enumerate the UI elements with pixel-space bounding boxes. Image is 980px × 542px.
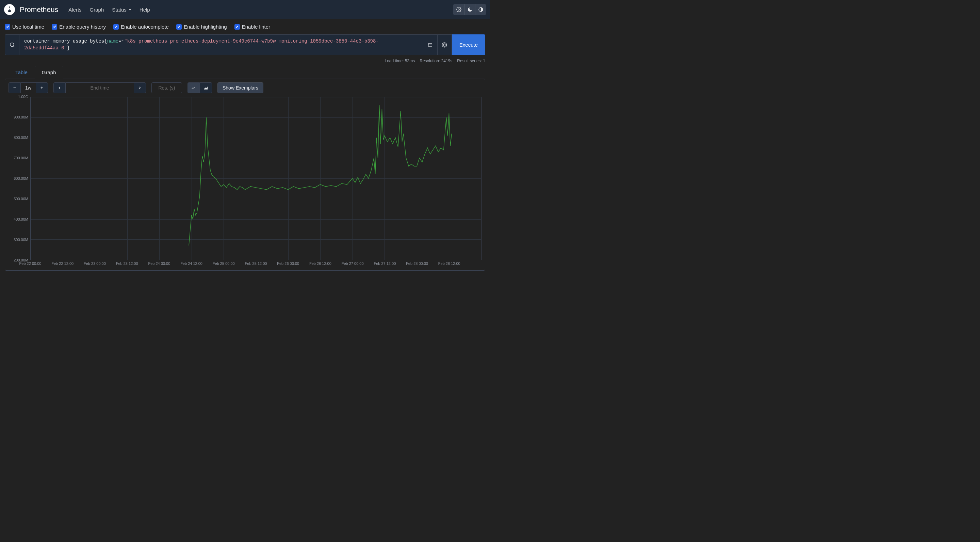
status-row: Load time: 53ms Resolution: 2419s Result…: [5, 59, 485, 63]
range-decrease-button[interactable]: [8, 82, 21, 93]
nav-status[interactable]: Status: [108, 4, 135, 15]
option-autocomplete-label: Enable autocomplete: [121, 24, 169, 30]
status-result-series: Result series: 1: [457, 59, 485, 63]
nav-help[interactable]: Help: [136, 4, 153, 15]
y-axis: 200.00M300.00M400.00M500.00M600.00M700.0…: [11, 97, 30, 260]
prometheus-logo: [4, 4, 15, 15]
resolution-input[interactable]: [151, 82, 182, 93]
contrast-button[interactable]: [475, 4, 486, 15]
navbar: Prometheus Alerts Graph Status Help: [0, 0, 490, 19]
globe-button[interactable]: [438, 34, 452, 55]
nav-status-label: Status: [112, 7, 127, 13]
search-icon: [10, 42, 15, 48]
checkbox-icon: [52, 24, 57, 30]
tabs: Table Graph: [8, 65, 485, 79]
range-input[interactable]: [21, 82, 36, 93]
option-local-time[interactable]: Use local time: [5, 24, 44, 30]
endtime-input[interactable]: [66, 82, 134, 93]
checkbox-icon: [234, 24, 240, 30]
line-mode-button[interactable]: [188, 82, 200, 93]
format-query-button[interactable]: [423, 34, 438, 55]
status-resolution: Resolution: 2419s: [420, 59, 452, 63]
range-group: [8, 82, 48, 93]
option-highlighting-label: Enable highlighting: [184, 24, 227, 30]
options-row: Use local time Enable query history Enab…: [5, 24, 485, 30]
query-input[interactable]: container_memory_usage_bytes{name=~"k8s_…: [19, 34, 423, 55]
checkbox-icon: [176, 24, 182, 30]
query-label: name: [107, 38, 119, 44]
nav-graph[interactable]: Graph: [86, 4, 108, 15]
line-chart-icon: [191, 86, 196, 90]
endtime-next-button[interactable]: [134, 82, 146, 93]
query-actions: Execute: [423, 34, 485, 55]
gear-icon: [456, 7, 461, 12]
endtime-group: [53, 82, 146, 93]
plot-box[interactable]: [30, 97, 482, 260]
show-exemplars-button[interactable]: Show Exemplars: [218, 82, 263, 93]
option-linter[interactable]: Enable linter: [234, 24, 270, 30]
chart-mode-group: [188, 82, 212, 93]
nav-alerts[interactable]: Alerts: [65, 4, 85, 15]
indent-icon: [427, 42, 433, 48]
stacked-mode-button[interactable]: [200, 82, 212, 93]
option-linter-label: Enable linter: [242, 24, 270, 30]
option-query-history-label: Enable query history: [59, 24, 106, 30]
tab-graph[interactable]: Graph: [35, 66, 63, 79]
option-highlighting[interactable]: Enable highlighting: [176, 24, 227, 30]
svg-point-2: [10, 43, 14, 47]
navbar-right: [453, 4, 486, 15]
x-axis: Feb 22 00:00Feb 22 12:00Feb 23 00:00Feb …: [30, 260, 482, 267]
query-op: =~: [118, 38, 124, 44]
status-load-time: Load time: 53ms: [385, 59, 415, 63]
main-content: Use local time Enable query history Enab…: [0, 19, 490, 271]
graph-panel: Show Exemplars 200.00M300.00M400.00M500.…: [5, 79, 485, 271]
execute-button[interactable]: Execute: [452, 34, 485, 55]
settings-button[interactable]: [453, 4, 464, 15]
contrast-icon: [478, 7, 484, 12]
chevron-right-icon: [138, 86, 142, 90]
tabs-graph-wrap: Table Graph: [5, 65, 485, 271]
option-query-history[interactable]: Enable query history: [52, 24, 106, 30]
option-autocomplete[interactable]: Enable autocomplete: [113, 24, 169, 30]
option-local-time-label: Use local time: [12, 24, 44, 30]
range-increase-button[interactable]: [36, 82, 48, 93]
checkbox-icon: [113, 24, 119, 30]
chart-area: 200.00M300.00M400.00M500.00M600.00M700.0…: [11, 97, 482, 267]
line-chart-svg: [30, 97, 481, 260]
minus-icon: [13, 86, 17, 90]
caret-down-icon: [129, 9, 131, 11]
area-chart-icon: [204, 86, 208, 90]
brand-title: Prometheus: [20, 5, 58, 14]
globe-icon: [442, 42, 447, 48]
moon-icon: [467, 7, 473, 12]
metrics-explorer-button[interactable]: [5, 34, 19, 55]
query-row: container_memory_usage_bytes{name=~"k8s_…: [5, 34, 485, 55]
query-metric: container_memory_usage_bytes: [24, 38, 104, 44]
endtime-prev-button[interactable]: [53, 82, 66, 93]
checkbox-icon: [5, 24, 10, 30]
navbar-left: Prometheus Alerts Graph Status Help: [4, 4, 153, 15]
controls-row: Show Exemplars: [8, 82, 482, 93]
tab-table[interactable]: Table: [8, 66, 35, 79]
svg-point-0: [458, 9, 460, 10]
chevron-left-icon: [57, 86, 62, 90]
nav-links: Alerts Graph Status Help: [65, 4, 153, 15]
plus-icon: [40, 86, 44, 90]
dark-mode-button[interactable]: [464, 4, 475, 15]
